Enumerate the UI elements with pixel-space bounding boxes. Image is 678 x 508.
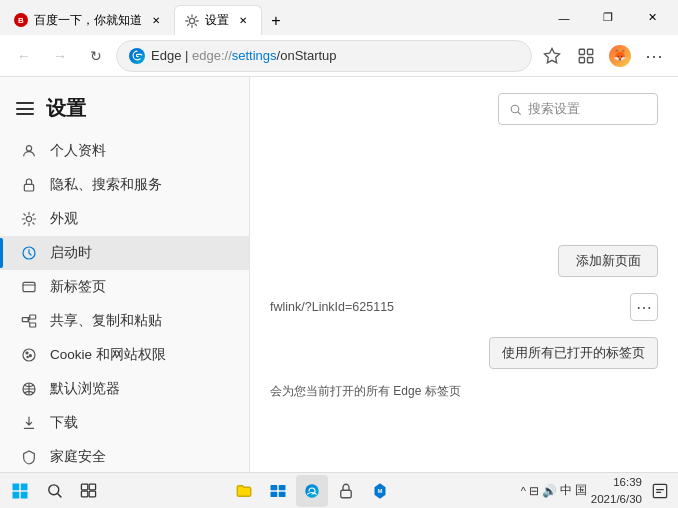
clock-date: 2021/6/30 — [591, 491, 642, 507]
appearance-icon — [20, 210, 38, 228]
tab-settings[interactable]: 设置 ✕ — [174, 5, 262, 35]
use-tabs-button[interactable]: 使用所有已打开的标签页 — [489, 337, 658, 369]
system-tray: ^ ⊟ 🔊 中 国 — [521, 482, 587, 499]
favorites-icon[interactable] — [536, 40, 568, 72]
taskbar-file-manager[interactable] — [228, 475, 260, 507]
more-options-icon[interactable]: ⋯ — [638, 40, 670, 72]
collections-icon[interactable] — [570, 40, 602, 72]
svg-rect-12 — [30, 323, 36, 327]
svg-rect-9 — [23, 282, 35, 291]
minimize-button[interactable]: — — [542, 0, 586, 35]
svg-rect-37 — [653, 484, 666, 497]
svg-rect-1 — [579, 49, 584, 54]
link-text: fwlink/?LinkId=625115 — [270, 300, 394, 314]
sidebar-item-newtab[interactable]: 新标签页 — [0, 270, 249, 304]
svg-rect-6 — [24, 184, 33, 191]
close-button[interactable]: ✕ — [630, 0, 674, 35]
svg-rect-32 — [279, 491, 286, 496]
sidebar-item-share[interactable]: 共享、复制和粘贴 — [0, 304, 249, 338]
svg-rect-3 — [579, 57, 584, 62]
svg-rect-21 — [21, 483, 28, 490]
tab-settings-close[interactable]: ✕ — [235, 13, 251, 29]
sidebar-item-family[interactable]: 家庭安全 — [0, 440, 249, 472]
sidebar-item-downloads-label: 下载 — [50, 414, 78, 432]
sidebar-item-appearance[interactable]: 外观 — [0, 202, 249, 236]
sidebar-item-privacy-label: 隐私、搜索和服务 — [50, 176, 162, 194]
default-browser-icon — [20, 380, 38, 398]
taskbar-security[interactable] — [330, 475, 362, 507]
svg-point-7 — [26, 216, 31, 221]
profile-icon — [20, 142, 38, 160]
baidu-favicon: B — [14, 13, 28, 27]
svg-rect-11 — [30, 315, 36, 319]
hint-row: 会为您当前打开的所有 Edge 标签页 — [270, 381, 658, 400]
tray-ime2-icon[interactable]: 国 — [575, 482, 587, 499]
address-bar[interactable]: Edge | edge://settings/onStartup — [116, 40, 532, 72]
clock-time: 16:39 — [591, 474, 642, 490]
tray-network-icon[interactable]: ⊟ — [529, 484, 539, 498]
sidebar-item-browser[interactable]: 默认浏览器 — [0, 372, 249, 406]
svg-rect-2 — [588, 49, 593, 54]
svg-point-14 — [26, 352, 28, 354]
taskbar-center: M — [104, 475, 521, 507]
svg-rect-26 — [89, 484, 95, 490]
svg-rect-10 — [22, 318, 28, 322]
clock[interactable]: 16:39 2021/6/30 — [591, 474, 642, 506]
start-button[interactable] — [4, 475, 36, 507]
tab-bar: B 百度一下，你就知道 ✕ 设置 ✕ + — [4, 0, 534, 35]
taskbar-edge-browser[interactable] — [296, 475, 328, 507]
add-new-page-button[interactable]: 添加新页面 — [558, 245, 658, 277]
toolbar-icons: 🦊 ⋯ — [536, 40, 670, 72]
svg-rect-25 — [81, 484, 87, 490]
navbar: ← → ↻ Edge | edge://settings/onStartup — [0, 35, 678, 77]
taskbar-store[interactable]: M — [364, 475, 396, 507]
task-view-button[interactable] — [72, 475, 104, 507]
svg-rect-31 — [271, 491, 278, 496]
search-taskbar-button[interactable] — [38, 475, 70, 507]
sidebar-item-profile-label: 个人资料 — [50, 142, 106, 160]
svg-rect-27 — [81, 491, 87, 497]
lock-icon — [20, 176, 38, 194]
forward-button[interactable]: → — [44, 40, 76, 72]
search-placeholder: 搜索设置 — [528, 100, 580, 118]
profile-icon[interactable]: 🦊 — [604, 40, 636, 72]
taskbar-left — [4, 475, 104, 507]
link-row: fwlink/?LinkId=625115 ⋯ — [270, 289, 658, 325]
sidebar-item-browser-label: 默认浏览器 — [50, 380, 120, 398]
refresh-button[interactable]: ↻ — [80, 40, 112, 72]
maximize-button[interactable]: ❐ — [586, 0, 630, 35]
tab-baidu[interactable]: B 百度一下，你就知道 ✕ — [4, 5, 174, 35]
titlebar: B 百度一下，你就知道 ✕ 设置 ✕ + — ❐ ✕ — [0, 0, 678, 35]
svg-rect-22 — [13, 491, 20, 498]
settings-search-bar[interactable]: 搜索设置 — [498, 93, 658, 125]
search-bar-container: 搜索设置 — [270, 93, 658, 125]
svg-rect-30 — [279, 485, 286, 490]
sidebar-item-profile[interactable]: 个人资料 — [0, 134, 249, 168]
svg-point-19 — [511, 105, 519, 113]
tab-baidu-title: 百度一下，你就知道 — [34, 13, 142, 28]
tab-baidu-close[interactable]: ✕ — [148, 12, 164, 28]
sidebar-item-newtab-label: 新标签页 — [50, 278, 106, 296]
svg-rect-23 — [21, 491, 28, 498]
svg-point-24 — [48, 485, 58, 495]
notification-button[interactable] — [646, 477, 674, 505]
sidebar-item-cookies[interactable]: Cookie 和网站权限 — [0, 338, 249, 372]
svg-rect-29 — [271, 485, 278, 490]
main-content: 设置 个人资料 隐私、搜索和服务 — [0, 77, 678, 472]
startup-icon — [20, 244, 38, 262]
taskbar-file-explorer[interactable] — [262, 475, 294, 507]
sidebar-item-privacy[interactable]: 隐私、搜索和服务 — [0, 168, 249, 202]
back-button[interactable]: ← — [8, 40, 40, 72]
sidebar-item-startup[interactable]: 启动时 — [0, 236, 249, 270]
hamburger-menu[interactable] — [16, 102, 34, 115]
sidebar-item-downloads[interactable]: 下载 — [0, 406, 249, 440]
more-button[interactable]: ⋯ — [630, 293, 658, 321]
tray-volume-icon[interactable]: 🔊 — [542, 484, 557, 498]
new-tab-button[interactable]: + — [262, 7, 290, 35]
svg-point-15 — [29, 355, 31, 357]
cookies-icon — [20, 346, 38, 364]
share-icon — [20, 312, 38, 330]
window-controls: — ❐ ✕ — [542, 0, 674, 35]
tray-ime-icon[interactable]: 中 — [560, 482, 572, 499]
tray-caret-icon[interactable]: ^ — [521, 485, 526, 497]
